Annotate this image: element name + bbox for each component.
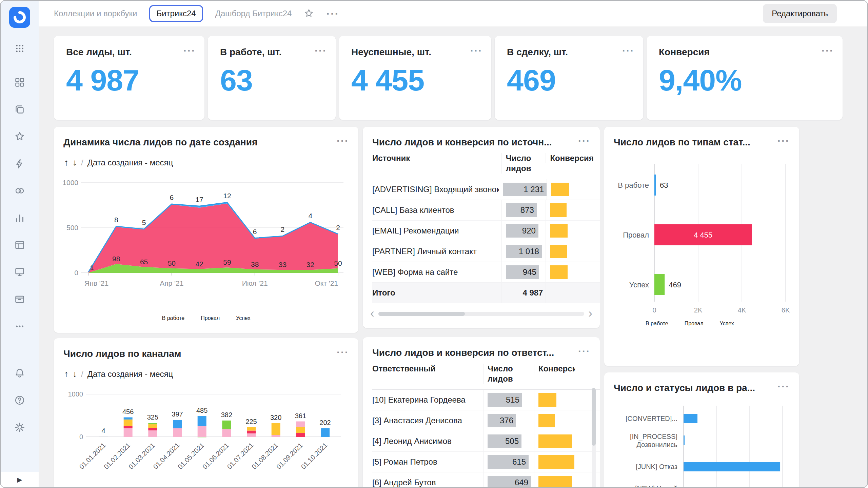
- svg-text:4: 4: [308, 212, 312, 220]
- panel-menu-button[interactable]: ···: [337, 348, 349, 357]
- notifications-bell-icon[interactable]: [14, 367, 25, 379]
- scrollbar-track[interactable]: [378, 312, 584, 316]
- topbar: Коллекции и воркбуки Битрикс24 Дашборд Б…: [39, 1, 867, 26]
- row-label: [6] Андрей Бутов: [372, 472, 483, 488]
- kpi-value: 9,40%: [659, 63, 834, 98]
- column-header[interactable]: Источник: [372, 153, 501, 163]
- svg-text:1000: 1000: [63, 179, 78, 186]
- connections-bolt-icon[interactable]: [14, 158, 25, 169]
- svg-text:485: 485: [196, 407, 208, 414]
- more-icon[interactable]: [14, 321, 25, 332]
- legend-item[interactable]: В работе: [646, 321, 668, 327]
- svg-text:Апр '21: Апр '21: [160, 279, 183, 287]
- panel-title: Число лидов по каналам: [63, 348, 181, 359]
- panel-menu-button[interactable]: ···: [777, 137, 790, 145]
- help-icon[interactable]: [14, 394, 25, 406]
- datalens-logo[interactable]: [9, 7, 30, 28]
- scrollbar-thumb[interactable]: [378, 312, 465, 316]
- svg-text:2: 2: [336, 224, 340, 231]
- settings-gear-icon[interactable]: [14, 422, 25, 433]
- panel-menu-button[interactable]: ···: [578, 347, 590, 355]
- kpi-menu-button[interactable]: ···: [315, 47, 327, 55]
- sort-field-label[interactable]: Дата создания - месяц: [87, 369, 173, 379]
- sort-slash: /: [81, 369, 83, 379]
- svg-text:01.02.2021: 01.02.2021: [102, 441, 132, 470]
- conversion-bar: [550, 265, 568, 279]
- sort-asc-icon[interactable]: ↑: [64, 157, 68, 168]
- row-label: [EMAIL] Рекомендации: [372, 221, 501, 241]
- svg-text:65: 65: [140, 258, 148, 266]
- column-header[interactable]: Ответственный: [372, 364, 483, 374]
- svg-text:01.01.2021: 01.01.2021: [78, 441, 107, 470]
- monitoring-icon[interactable]: [14, 266, 25, 278]
- vertical-scrollbar[interactable]: [592, 388, 596, 488]
- legend-item[interactable]: Успех: [236, 315, 250, 321]
- svg-text:6K: 6K: [782, 306, 790, 314]
- scrollbar-thumb[interactable]: [592, 388, 596, 446]
- panel-menu-button[interactable]: ···: [777, 383, 790, 391]
- conversion-bar: [538, 476, 572, 488]
- column-header[interactable]: Конверсия: [534, 364, 588, 374]
- legend-item[interactable]: Провал: [685, 321, 704, 327]
- datasets-icon[interactable]: [14, 185, 25, 197]
- svg-text:202: 202: [319, 419, 331, 426]
- apps-grid-icon[interactable]: [14, 43, 25, 54]
- table-row: [5] Роман Петров615: [372, 452, 600, 472]
- panel-leads-dynamics: Динамика числа лидов по дате создания ··…: [54, 127, 358, 333]
- row-label: [CALL] База клиентов: [372, 200, 501, 220]
- svg-text:42: 42: [195, 260, 203, 268]
- sidebar-collapse-button[interactable]: ▶: [1, 472, 39, 487]
- svg-text:Июл '21: Июл '21: [242, 279, 268, 287]
- topbar-menu-icon[interactable]: ···: [326, 8, 339, 19]
- charts-icon[interactable]: [14, 212, 25, 224]
- conversion-bar: [538, 434, 572, 448]
- svg-text:325: 325: [147, 413, 158, 421]
- svg-text:17: 17: [195, 196, 203, 203]
- svg-text:5: 5: [142, 219, 146, 226]
- favorites-star-icon[interactable]: [14, 131, 25, 142]
- kpi-menu-button[interactable]: ···: [622, 47, 634, 55]
- workbooks-icon[interactable]: [14, 104, 25, 115]
- storage-box-icon[interactable]: [14, 293, 25, 305]
- legend-item[interactable]: В работе: [162, 315, 185, 321]
- kpi-menu-button[interactable]: ···: [822, 47, 834, 55]
- svg-text:63: 63: [660, 181, 668, 189]
- svg-text:8: 8: [114, 216, 118, 224]
- column-header[interactable]: Конверсия: [546, 153, 600, 163]
- sort-field-label[interactable]: Дата создания - месяц: [87, 158, 173, 167]
- sort-asc-icon[interactable]: ↑: [64, 369, 68, 379]
- svg-text:В работе: В работе: [618, 181, 649, 189]
- kpi-menu-button[interactable]: ···: [183, 47, 196, 55]
- breadcrumb-workbook[interactable]: Битрикс24: [149, 5, 203, 22]
- scroll-left-icon[interactable]: ‹: [370, 309, 374, 319]
- breadcrumb-collections[interactable]: Коллекции и воркбуки: [54, 9, 137, 18]
- svg-text:397: 397: [172, 410, 183, 418]
- leads-bar: 649: [488, 476, 531, 488]
- kpi-menu-button[interactable]: ···: [470, 47, 482, 55]
- legend-label: Провал: [201, 315, 220, 321]
- panel-menu-button[interactable]: ···: [337, 137, 349, 145]
- conversion-bar: [538, 414, 555, 427]
- collections-icon[interactable]: [14, 77, 25, 88]
- svg-text:[NEW] Новый: [NEW] Новый: [635, 485, 677, 488]
- kpi-title: Все лиды, шт.: [66, 47, 132, 58]
- favorite-star-icon[interactable]: [304, 8, 314, 19]
- breadcrumb-dashboard[interactable]: Дашборд Битрикс24: [215, 9, 292, 18]
- panel-menu-button[interactable]: ···: [578, 137, 590, 145]
- sort-controls: ↑ ↓ / Дата создания - месяц: [54, 359, 358, 379]
- svg-text:01.10.2021: 01.10.2021: [299, 441, 329, 470]
- legend-item[interactable]: Успех: [720, 321, 734, 327]
- column-header[interactable]: Число лидов: [483, 364, 534, 384]
- row-label: [5] Роман Петров: [372, 452, 483, 472]
- svg-text:[JUNK] Отказ: [JUNK] Отказ: [636, 463, 677, 470]
- sort-desc-icon[interactable]: ↓: [73, 369, 77, 379]
- leads-bar: 1 018: [506, 245, 542, 258]
- legend-item[interactable]: Провал: [201, 315, 220, 321]
- sort-desc-icon[interactable]: ↓: [73, 157, 77, 168]
- table-row: [4] Леонид Анисимов505: [372, 431, 600, 452]
- column-header[interactable]: Число лидов: [501, 153, 546, 174]
- edit-button[interactable]: Редактировать: [763, 4, 837, 23]
- dashboards-icon[interactable]: [14, 239, 25, 251]
- scroll-right-icon[interactable]: ›: [588, 309, 592, 319]
- svg-text:6: 6: [253, 228, 257, 236]
